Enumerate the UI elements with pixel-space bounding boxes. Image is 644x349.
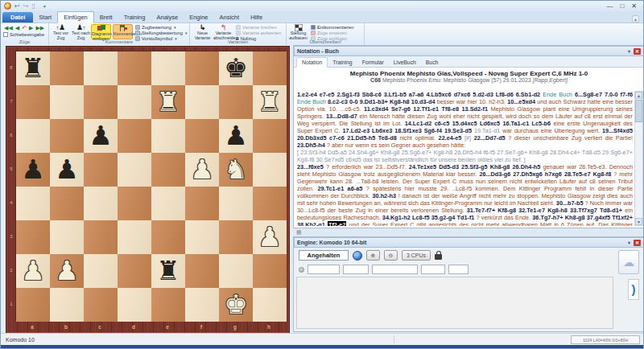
notation-segment-s[interactable]: Tf2-e2: [328, 221, 347, 226]
white-pawn[interactable]: ♟: [253, 220, 287, 254]
square-h8[interactable]: [253, 51, 287, 85]
black-king[interactable]: ♚: [219, 51, 253, 85]
square-g7[interactable]: [219, 85, 253, 119]
notation-segment-v[interactable]: [#]: [464, 134, 474, 142]
redo-icon[interactable]: ↪: [23, 2, 29, 10]
cpus-button[interactable]: 3 CPUs: [402, 250, 431, 261]
square-c1[interactable]: [84, 288, 118, 322]
scroll-down-icon[interactable]: ▼: [635, 218, 642, 225]
square-b1[interactable]: [50, 288, 84, 322]
schiebeeingabe-checkbox[interactable]: [3, 32, 8, 37]
engine-cloud-button[interactable]: ☁: [618, 250, 639, 274]
tab-livebuch[interactable]: LiveBuch: [389, 58, 421, 67]
square-a3[interactable]: [16, 220, 50, 254]
notation-segment-m[interactable]: 31.Te7-f7+ Kf8-g8 32.Te1-e7 Kg8-h8 33.Tf…: [467, 207, 625, 214]
square-h6[interactable]: [253, 119, 287, 153]
variante-loeschen-item[interactable]: Variante löschen: [236, 25, 281, 30]
square-a2[interactable]: ♟: [16, 254, 50, 288]
zuege-ersetzen-item[interactable]: Züge ersetzen: [311, 31, 353, 35]
square-e3[interactable]: [151, 220, 185, 254]
tab-start[interactable]: Start: [33, 12, 57, 23]
notation-segment-m[interactable]: 24.Te1xe5 Dd5-d3 25.Sf3-g5 Kh8-g8 26.Dh4…: [409, 163, 543, 170]
tab-buch[interactable]: Buch: [421, 58, 444, 67]
panel-close-icon[interactable]: ✕: [634, 48, 641, 55]
square-g8[interactable]: ♚: [219, 51, 253, 85]
tab-analyse[interactable]: Analyse: [151, 12, 184, 23]
close-button[interactable]: ✕: [631, 2, 637, 10]
notation-segment-m[interactable]: 26...Dd3-g6 27.Dh5xg6 h7xg6 28.Te5-e7 Kg…: [479, 170, 613, 178]
square-b8[interactable]: [50, 51, 84, 85]
square-f2[interactable]: [185, 254, 219, 288]
kommentieren-button[interactable]: Kommentieren: [113, 24, 133, 39]
engine-side-button[interactable]: ): [628, 279, 639, 300]
app-logo-icon[interactable]: [4, 2, 11, 10]
square-d1[interactable]: [118, 288, 151, 322]
square-d8[interactable]: [118, 51, 151, 85]
scroll-up-icon[interactable]: ▲: [635, 92, 642, 99]
engine-field[interactable]: [448, 265, 469, 274]
square-a6[interactable]: [16, 119, 50, 153]
notation-panel-header[interactable]: Notation - Buch ▾ ✕: [294, 46, 644, 56]
zoom-in-button[interactable]: ⊕: [366, 250, 380, 261]
square-b3[interactable]: [50, 220, 84, 254]
black-rook[interactable]: ♜: [16, 51, 50, 85]
tab-training-pane[interactable]: Training: [328, 58, 357, 67]
square-g2[interactable]: [219, 254, 253, 288]
goto-end-icon[interactable]: ▶▶: [35, 25, 44, 31]
panel-collapse-icon[interactable]: ▾: [628, 48, 630, 54]
square-e4[interactable]: [151, 187, 185, 220]
notation-segment-b[interactable]: Ende Buch: [297, 98, 328, 105]
notation-segment-m[interactable]: 8.c2-c3 0-0 9.Dd1-b3+ Kg8-h8 10.d3-d4: [328, 98, 437, 105]
quick-access-caret-icon[interactable]: ▾: [43, 3, 46, 9]
square-e7[interactable]: ♜: [151, 85, 185, 119]
engine-state-field[interactable]: Angehalten: [299, 250, 349, 261]
notation-segment-m[interactable]: 6...Sg8-e7 7.0-0 f7-f6: [575, 91, 633, 98]
engine-field[interactable]: [421, 265, 445, 274]
variante-abschneiden-button[interactable]: ↰ Variante abschneiden: [213, 24, 233, 39]
zugbewertung-item[interactable]: Zugbewertung ▾: [135, 25, 187, 30]
notation-segment-m[interactable]: 29.Tc1-e1 a6-a5: [318, 185, 366, 192]
square-g3[interactable]: [219, 220, 253, 254]
notation-segment-m[interactable]: 22...Dd7-d5: [474, 134, 509, 142]
square-c6[interactable]: ♟: [84, 119, 118, 153]
neue-variante-button[interactable]: ↳ Neue Variante: [192, 24, 213, 39]
square-f6[interactable]: [185, 119, 219, 153]
square-d4[interactable]: [118, 187, 151, 220]
square-h1[interactable]: [253, 288, 287, 322]
tab-datei[interactable]: Datei: [2, 12, 33, 23]
tab-einfuegen[interactable]: Einfügen: [57, 11, 94, 23]
square-d5[interactable]: [118, 153, 151, 187]
maximize-button[interactable]: □: [620, 2, 624, 10]
goto-start-icon[interactable]: ◀◀: [4, 25, 13, 31]
notation-segment-m[interactable]: 11.c3xd4 Se7-g6 12.Tf1-e1 Tf8-e8 13.Sd2-…: [364, 105, 490, 113]
notation-segment-b[interactable]: Ende Buch: [543, 91, 575, 98]
scroll-thumb[interactable]: [635, 100, 642, 122]
engine-panel-header[interactable]: Engine: Komodo 10 64-bit ▾ ✕: [294, 237, 644, 248]
notation-segment-m[interactable]: 23.Dh5-h4: [297, 142, 327, 149]
square-a5[interactable]: ♟: [16, 153, 50, 187]
notation-segment-v[interactable]: 19.Ta1-d1: [474, 127, 502, 134]
engine-field[interactable]: [343, 265, 369, 274]
square-b5[interactable]: ♟: [50, 153, 84, 187]
square-a1[interactable]: [16, 288, 50, 322]
tab-brett[interactable]: Brett: [94, 12, 118, 23]
text-vor-zug-button[interactable]: T♟ Text vor Zug: [51, 24, 71, 39]
white-pawn[interactable]: ♟: [185, 153, 219, 187]
square-f7[interactable]: [185, 85, 219, 119]
square-a4[interactable]: [16, 187, 50, 220]
undo-icon[interactable]: ↩: [14, 2, 20, 10]
square-f4[interactable]: [185, 187, 219, 220]
notation-segment-m[interactable]: 13...Dd8-d7: [326, 113, 360, 120]
white-rook[interactable]: ♜: [253, 85, 287, 119]
notation-segment-m[interactable]: 30.h2-h3: [373, 192, 398, 199]
tab-engine[interactable]: Engine: [184, 12, 213, 23]
board-window-icon[interactable]: ▯: [31, 2, 35, 10]
lock-icon[interactable]: [435, 254, 442, 260]
black-pawn[interactable]: ♟: [84, 119, 118, 153]
tab-formular[interactable]: Formular: [357, 58, 389, 67]
square-f1[interactable]: [185, 288, 219, 322]
square-f5[interactable]: ♟: [185, 153, 219, 187]
panel-collapse-icon[interactable]: ▾: [628, 240, 630, 245]
square-e6[interactable]: [151, 119, 185, 153]
engine-start-icon[interactable]: [353, 251, 362, 261]
